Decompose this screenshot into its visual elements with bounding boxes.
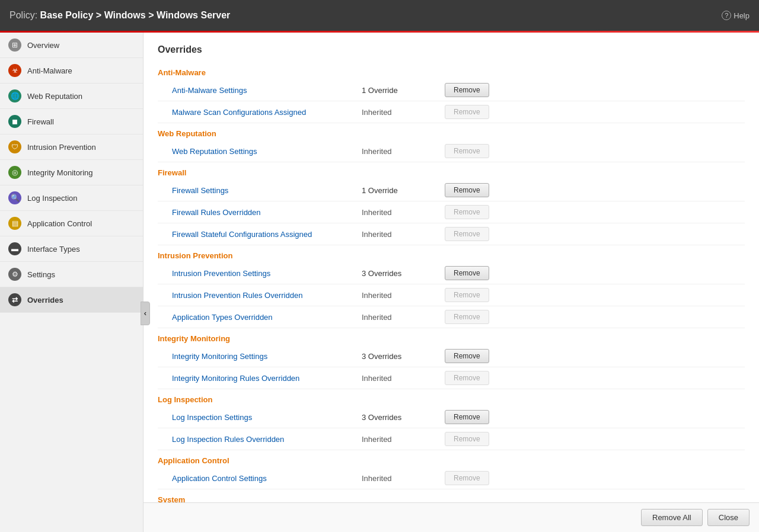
content-area: Overrides Anti-MalwareAnti-Malware Setti… xyxy=(143,33,759,532)
remove-button: Remove xyxy=(445,227,489,241)
help-label: Help xyxy=(734,11,750,20)
sidebar-toggle[interactable]: ‹ xyxy=(141,302,150,325)
override-row-label[interactable]: Log Inspection Settings xyxy=(172,413,362,422)
override-row-label[interactable]: Intrusion Prevention Settings xyxy=(172,269,362,278)
sidebar-item-overrides[interactable]: ⇄Overrides xyxy=(0,287,143,313)
override-row-status: Inherited xyxy=(362,208,445,217)
sidebar-item-integrity-monitoring[interactable]: ◎Integrity Monitoring xyxy=(0,160,143,185)
override-btn-wrap: Remove xyxy=(445,227,489,241)
override-row: Intrusion Prevention Settings3 Overrides… xyxy=(158,262,745,284)
policy-path: Base Policy > Windows > Windows Server xyxy=(40,10,231,20)
firewall-icon: ◼ xyxy=(8,115,21,128)
sidebar-label-intrusion-prevention: Intrusion Prevention xyxy=(27,143,96,152)
section-group-3: Intrusion PreventionIntrusion Prevention… xyxy=(158,248,745,328)
override-row-label[interactable]: Firewall Stateful Configurations Assigne… xyxy=(172,230,362,239)
override-btn-wrap: Remove xyxy=(445,471,489,485)
sidebar-item-interface-types[interactable]: ▬Interface Types xyxy=(0,236,143,262)
section-heading-0: Anti-Malware xyxy=(158,65,745,79)
override-row-status: Inherited xyxy=(362,147,445,156)
help-button[interactable]: ? Help xyxy=(722,11,750,20)
override-row: Log Inspection Rules OverriddenInherited… xyxy=(158,428,745,450)
section-heading-2: Firewall xyxy=(158,165,745,180)
override-row-label[interactable]: Log Inspection Rules Overridden xyxy=(172,435,362,444)
override-btn-wrap: Remove xyxy=(445,310,489,324)
sidebar-item-log-inspection[interactable]: 🔍Log Inspection xyxy=(0,185,143,211)
sidebar-label-interface-types: Interface Types xyxy=(27,245,80,254)
override-row-label[interactable]: Firewall Rules Overridden xyxy=(172,208,362,217)
override-row: Web Reputation SettingsInheritedRemove xyxy=(158,140,745,162)
sidebar-label-application-control: Application Control xyxy=(27,219,92,228)
override-row-label[interactable]: Application Control Settings xyxy=(172,474,362,483)
override-row-label[interactable]: Firewall Settings xyxy=(172,186,362,195)
sidebar-item-firewall[interactable]: ◼Firewall xyxy=(0,109,143,134)
override-row: Firewall Rules OverriddenInheritedRemove xyxy=(158,201,745,223)
sidebar-label-integrity-monitoring: Integrity Monitoring xyxy=(27,168,93,177)
section-heading-1: Web Reputation xyxy=(158,126,745,140)
override-row-label[interactable]: Application Types Overridden xyxy=(172,313,362,322)
remove-button: Remove xyxy=(445,310,489,324)
override-row-label[interactable]: Anti-Malware Settings xyxy=(172,86,362,95)
override-row-label[interactable]: Malware Scan Configurations Assigned xyxy=(172,108,362,117)
remove-all-button[interactable]: Remove All xyxy=(641,509,703,526)
remove-button: Remove xyxy=(445,471,489,485)
section-heading-3: Intrusion Prevention xyxy=(158,248,745,262)
sidebar-label-overrides: Overrides xyxy=(27,296,63,305)
override-row: Log Inspection Settings3 OverridesRemove xyxy=(158,406,745,428)
override-row-label[interactable]: Integrity Monitoring Rules Overridden xyxy=(172,374,362,383)
remove-button: Remove xyxy=(445,288,489,302)
web-reputation-icon: 🌐 xyxy=(8,89,21,102)
override-row-status: 3 Overrides xyxy=(362,269,445,278)
override-row: Firewall Stateful Configurations Assigne… xyxy=(158,223,745,245)
section-group-7: System xyxy=(158,492,745,502)
override-row-label[interactable]: Integrity Monitoring Settings xyxy=(172,352,362,361)
override-btn-wrap: Remove xyxy=(445,432,489,446)
section-group-5: Log InspectionLog Inspection Settings3 O… xyxy=(158,392,745,450)
override-btn-wrap: Remove xyxy=(445,266,489,280)
sidebar-label-web-reputation: Web Reputation xyxy=(27,92,82,101)
override-row-status: Inherited xyxy=(362,474,445,483)
override-row: Integrity Monitoring Settings3 Overrides… xyxy=(158,345,745,367)
override-row: Anti-Malware Settings1 OverrideRemove xyxy=(158,79,745,101)
sidebar-item-intrusion-prevention[interactable]: 🛡Intrusion Prevention xyxy=(0,134,143,160)
override-row-status: 1 Override xyxy=(362,86,445,95)
close-button[interactable]: Close xyxy=(707,509,750,526)
override-row: Application Control SettingsInheritedRem… xyxy=(158,467,745,489)
override-row-status: Inherited xyxy=(362,108,445,117)
override-btn-wrap: Remove xyxy=(445,205,489,219)
remove-button[interactable]: Remove xyxy=(445,266,489,280)
sidebar-item-settings[interactable]: ⚙Settings xyxy=(0,262,143,287)
override-row-label[interactable]: Web Reputation Settings xyxy=(172,147,362,156)
override-btn-wrap: Remove xyxy=(445,83,489,97)
section-heading-7: System xyxy=(158,492,745,502)
remove-button[interactable]: Remove xyxy=(445,183,489,197)
sidebar-item-overview[interactable]: ⊞Overview xyxy=(0,33,143,58)
intrusion-prevention-icon: 🛡 xyxy=(8,140,21,153)
override-btn-wrap: Remove xyxy=(445,371,489,385)
remove-button: Remove xyxy=(445,432,489,446)
sidebar-label-anti-malware: Anti-Malware xyxy=(27,66,72,75)
override-row-label[interactable]: Intrusion Prevention Rules Overridden xyxy=(172,291,362,300)
sidebar-item-anti-malware[interactable]: ☣Anti-Malware xyxy=(0,58,143,84)
override-row-status: Inherited xyxy=(362,435,445,444)
remove-button: Remove xyxy=(445,371,489,385)
section-group-1: Web ReputationWeb Reputation SettingsInh… xyxy=(158,126,745,162)
content-scroll[interactable]: Overrides Anti-MalwareAnti-Malware Setti… xyxy=(143,33,759,502)
remove-button[interactable]: Remove xyxy=(445,410,489,424)
override-row-status: Inherited xyxy=(362,291,445,300)
override-btn-wrap: Remove xyxy=(445,288,489,302)
remove-button: Remove xyxy=(445,205,489,219)
section-heading-5: Log Inspection xyxy=(158,392,745,406)
override-row-status: Inherited xyxy=(362,230,445,239)
remove-button: Remove xyxy=(445,105,489,119)
sidebar-wrapper: ⊞Overview☣Anti-Malware🌐Web Reputation◼Fi… xyxy=(0,33,143,532)
remove-button[interactable]: Remove xyxy=(445,83,489,97)
overrides-title: Overrides xyxy=(158,44,745,55)
sidebar-item-web-reputation[interactable]: 🌐Web Reputation xyxy=(0,84,143,109)
override-row-status: Inherited xyxy=(362,374,445,383)
sidebar-label-firewall: Firewall xyxy=(27,117,54,126)
overrides-icon: ⇄ xyxy=(8,293,21,306)
section-group-4: Integrity MonitoringIntegrity Monitoring… xyxy=(158,331,745,389)
sidebar: ⊞Overview☣Anti-Malware🌐Web Reputation◼Fi… xyxy=(0,33,143,532)
remove-button[interactable]: Remove xyxy=(445,349,489,363)
sidebar-item-application-control[interactable]: ▤Application Control xyxy=(0,211,143,236)
